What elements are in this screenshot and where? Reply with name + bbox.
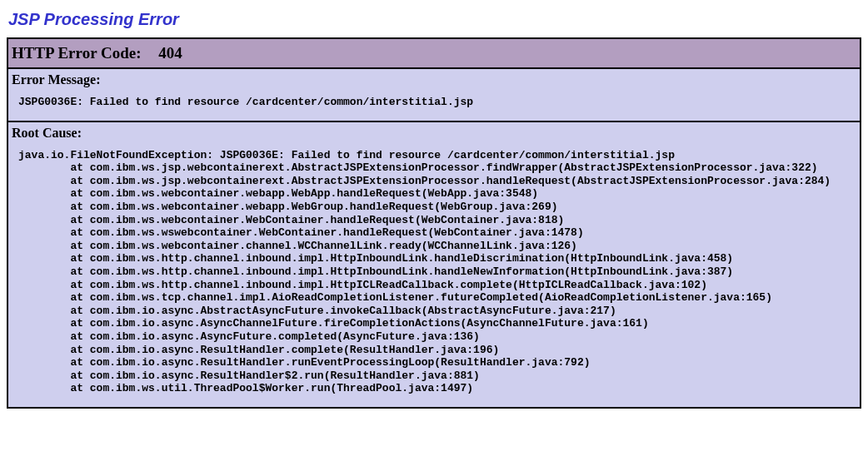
- http-error-label: HTTP Error Code:: [12, 44, 142, 62]
- error-message-heading: Error Message:: [12, 72, 856, 87]
- error-container: HTTP Error Code: 404 Error Message: JSPG…: [7, 37, 861, 409]
- http-error-bar: HTTP Error Code: 404: [7, 38, 861, 68]
- http-error-code: 404: [158, 44, 182, 62]
- error-message-body: JSPG0036E: Failed to find resource /card…: [12, 96, 856, 109]
- error-message-section: Error Message: JSPG0036E: Failed to find…: [7, 68, 861, 121]
- root-cause-section: Root Cause: java.io.FileNotFoundExceptio…: [7, 121, 861, 408]
- page-title: JSP Processing Error: [8, 10, 861, 29]
- root-cause-heading: Root Cause:: [12, 126, 856, 141]
- root-cause-body: java.io.FileNotFoundException: JSPG0036E…: [12, 149, 856, 395]
